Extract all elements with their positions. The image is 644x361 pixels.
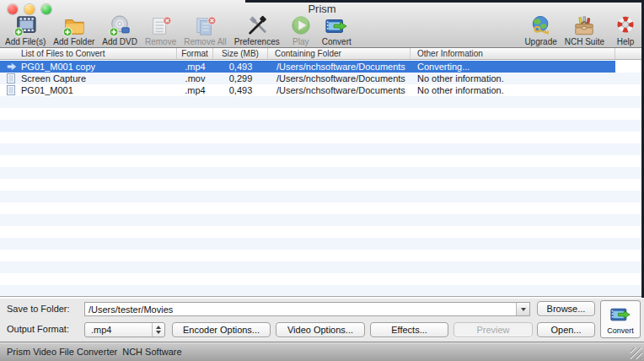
file-format: .mp4 (177, 61, 213, 73)
toolbar-left-group: Add File(s) Add Folder (5, 14, 352, 46)
toolbar-item-label: Add DVD (102, 37, 137, 46)
remove-icon (148, 14, 174, 37)
file-name: PG01_M001 (21, 84, 73, 96)
output-format-label: Output Format: (7, 324, 69, 334)
file-name: Screen Capture (21, 73, 86, 84)
preview-label: Preview (476, 325, 509, 335)
save-folder-combobox (84, 302, 530, 316)
encoder-options-label: Encoder Options... (183, 325, 260, 335)
toolbar-item-label: Convert (322, 37, 352, 46)
file-list-header: List of Files to Convert Format Size (MB… (0, 48, 644, 60)
chevron-down-icon (521, 308, 526, 311)
column-header-files[interactable]: List of Files to Convert (0, 48, 177, 59)
file-format: .mp4 (177, 84, 213, 96)
toolbar-item-label: Add Folder (53, 37, 94, 46)
remove-button[interactable]: Remove (145, 14, 176, 46)
column-header-folder[interactable]: Containing Folder (268, 48, 411, 59)
effects-button[interactable]: Effects... (370, 322, 448, 337)
minimize-window-button[interactable] (24, 4, 35, 14)
toolbar-item-label: NCH Suite (565, 37, 604, 46)
remove-all-button[interactable]: Remove All (184, 14, 227, 46)
toolbar: Add File(s) Add Folder (0, 17, 644, 48)
toolbar-item-label: Add File(s) (5, 37, 46, 46)
toolbar-item-label: Remove (145, 37, 176, 46)
resize-grip[interactable] (631, 348, 642, 359)
column-header-size[interactable]: Size (MB) (213, 48, 268, 59)
video-options-label: Video Options... (287, 325, 353, 335)
table-row[interactable]: Screen Capture .mov 0,299 /Users/nchsoft… (0, 73, 644, 84)
save-to-folder-label: Save to Folder: (7, 304, 70, 314)
file-size: 0,493 (213, 84, 268, 96)
preview-button[interactable]: Preview (453, 322, 533, 337)
convert-toolbar-button[interactable]: Convert (322, 14, 352, 46)
column-header-format[interactable]: Format (177, 48, 213, 59)
row-spacer (615, 73, 644, 84)
browse-button-label: Browse... (547, 304, 586, 314)
open-label: Open... (550, 325, 581, 335)
file-size: 0,299 (213, 73, 268, 84)
convert-film-arrow-icon (608, 304, 633, 326)
convert-button-label: Convert (607, 326, 634, 335)
converting-arrow-icon (7, 62, 17, 71)
play-button[interactable]: Play (287, 14, 314, 46)
output-format-select[interactable]: .mp4 (84, 322, 165, 337)
row-spacer (615, 84, 644, 96)
file-list[interactable]: PG01_M001 copy .mp4 0,493 /Users/nchsoft… (0, 61, 644, 297)
upgrade-button[interactable]: Upgrade (524, 14, 556, 46)
play-icon (287, 14, 314, 37)
file-folder: /Users/nchsoftware/Documents (268, 73, 411, 84)
status-vendor: NCH Software (122, 347, 181, 357)
file-format: .mov (177, 73, 213, 84)
stepper-arrows-icon (152, 323, 164, 337)
column-header-spacer (615, 48, 644, 59)
toolbar-item-label: Upgrade (524, 37, 556, 46)
file-document-icon (7, 85, 17, 95)
zoom-window-button[interactable] (41, 4, 51, 14)
video-options-button[interactable]: Video Options... (276, 322, 365, 337)
add-folder-icon (61, 14, 88, 37)
close-window-button[interactable] (8, 4, 18, 14)
save-folder-input[interactable] (85, 303, 516, 315)
prism-window: Prism Add File(s) (0, 0, 644, 361)
toolbar-right-group: Upgrade NCH Suite (524, 14, 639, 46)
convert-button[interactable]: Convert (600, 300, 641, 338)
desktop-edge-top (245, 0, 644, 3)
table-row[interactable]: PG01_M001 copy .mp4 0,493 /Users/nchsoft… (0, 61, 644, 73)
column-header-info[interactable]: Other Information (411, 48, 615, 59)
table-row[interactable]: PG01_M001 .mp4 0,493 /Users/nchsoftware/… (0, 84, 644, 96)
file-size: 0,493 (213, 61, 268, 73)
preferences-button[interactable]: Preferences (234, 14, 280, 46)
browse-button[interactable]: Browse... (537, 301, 595, 316)
encoder-options-button[interactable]: Encoder Options... (172, 322, 271, 337)
file-document-icon (7, 73, 17, 84)
add-file-icon (12, 14, 39, 37)
preferences-icon (244, 14, 271, 37)
add-dvd-icon (106, 14, 133, 37)
bottom-panel: Save to Folder: Browse... Output Format:… (0, 298, 644, 342)
toolbar-item-label: Preferences (234, 37, 280, 46)
help-lifebuoy-icon (612, 14, 639, 37)
add-folder-button[interactable]: Add Folder (53, 14, 94, 46)
window-chrome: Prism Add File(s) (0, 0, 644, 48)
file-folder: /Users/nchsoftware/Documents (268, 84, 411, 96)
toolbox-icon (571, 14, 598, 37)
remove-all-icon (192, 14, 219, 37)
open-button[interactable]: Open... (537, 322, 595, 337)
help-button[interactable]: Help (612, 14, 639, 46)
status-bar: Prism Video File Converter NCH Software (0, 342, 644, 361)
add-files-button[interactable]: Add File(s) (5, 14, 46, 46)
toolbar-item-label: Remove All (184, 37, 227, 46)
file-status: No other information. (411, 84, 615, 96)
toolbar-item-label: Help (617, 37, 635, 46)
row-spacer (615, 61, 644, 73)
toolbar-item-label: Play (292, 37, 309, 46)
save-folder-dropdown-button[interactable] (516, 303, 529, 315)
upgrade-globe-icon (528, 14, 555, 37)
file-status: Converting... (411, 61, 615, 73)
convert-icon (323, 14, 350, 37)
file-status: No other information. (411, 73, 615, 84)
nch-suite-button[interactable]: NCH Suite (565, 14, 604, 46)
status-app-name: Prism Video File Converter (7, 347, 117, 357)
file-folder: /Users/nchsoftware/Documents (268, 61, 411, 73)
add-dvd-button[interactable]: Add DVD (102, 14, 137, 46)
